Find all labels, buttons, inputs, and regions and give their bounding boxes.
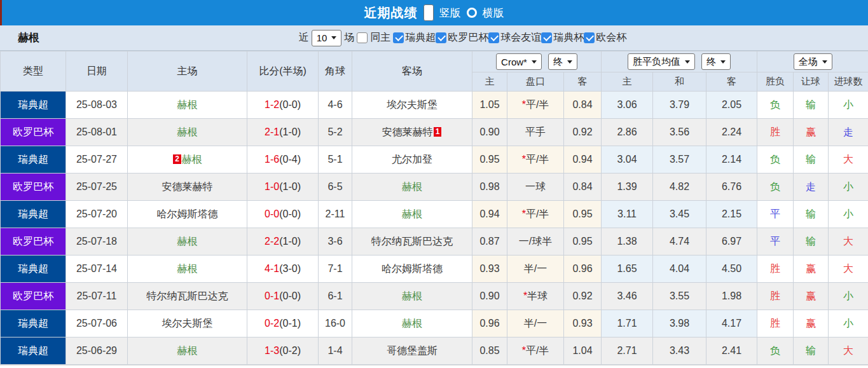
- odds-home-cell: 0.98: [472, 174, 507, 201]
- date-cell: 25-07-25: [66, 174, 128, 201]
- away-team: 赫根: [402, 318, 422, 329]
- subheader-odds-away: 客: [564, 72, 602, 92]
- half-score: (0-0): [279, 290, 301, 301]
- chevron-down-icon: [720, 60, 726, 64]
- league-checkbox[interactable]: [488, 32, 499, 43]
- odds-home-cell: 0.96: [472, 310, 507, 337]
- chevron-down-icon: [822, 60, 827, 64]
- table-row: 欧罗巴杯 25-07-11 特尔纳瓦斯巴达克 0-1(0-0) 6-1 赫根 0…: [1, 283, 868, 310]
- goals-cell: 小: [829, 174, 868, 201]
- league-cell: 欧罗巴杯: [1, 174, 66, 201]
- full-score: 4-1: [265, 263, 279, 274]
- home-team: 安德莱赫特: [162, 181, 213, 192]
- odds-home-cell: 0.90: [472, 283, 507, 310]
- league-cell: 瑞典超: [1, 201, 66, 228]
- odds-company-select[interactable]: Crow*: [496, 53, 542, 70]
- league-cell: 欧罗巴杯: [1, 228, 66, 256]
- handicap-result-cell: 赢: [794, 119, 829, 146]
- avg-time-select[interactable]: 终: [701, 53, 731, 70]
- away-cell: 埃尔夫斯堡: [352, 92, 472, 119]
- league-filters: 瑞典超 欧罗巴杯 球会友谊 瑞典杯 欧会杯: [393, 31, 626, 44]
- filters-group: 近 10 场 同主 瑞典超 欧罗巴杯 球会友谊 瑞典杯 欧会杯: [299, 30, 627, 46]
- match-count-select[interactable]: 10: [312, 30, 342, 46]
- odds-time-select[interactable]: 终: [548, 53, 577, 70]
- corners-cell: 2-11: [319, 201, 352, 228]
- full-score: 0-1: [265, 290, 279, 301]
- corners-cell: 6-1: [319, 283, 352, 310]
- handicap-cell: *平/半: [507, 201, 564, 228]
- away-cell: 安德莱赫特1: [352, 119, 472, 146]
- league-filter-label: 瑞典杯: [553, 31, 584, 44]
- half-score: (1-0): [279, 126, 301, 137]
- away-team: 赫根: [402, 290, 422, 301]
- half-score: (0-1): [279, 318, 301, 329]
- away-cell: 特尔纳瓦斯巴达克: [352, 228, 472, 256]
- results-table: 类型 日期 主场 比分(半场) 角球 客场 Crow* 终: [0, 51, 868, 365]
- table-row: 瑞典超 25-07-14 赫根 4-1(3-0) 7-1 哈尔姆斯塔德 0.93…: [1, 256, 868, 283]
- half-score: (1-0): [279, 236, 301, 247]
- vertical-layout-radio[interactable]: [424, 4, 434, 21]
- date-cell: 25-07-18: [66, 228, 128, 256]
- half-score: (3-0): [279, 263, 301, 274]
- league-checkbox[interactable]: [393, 32, 404, 43]
- league-checkbox[interactable]: [436, 32, 446, 43]
- table-row: 瑞典超 25-07-27 2赫根 1-6(0-4) 5-1 尤尔加登 0.95 …: [1, 146, 868, 174]
- handicap-cell: *半球: [507, 283, 564, 310]
- handicap-result-cell: 走: [794, 174, 829, 201]
- home-cell: 赫根: [128, 119, 247, 146]
- handicap-text: 一球: [525, 181, 546, 192]
- league-cell: 欧罗巴杯: [1, 119, 66, 146]
- home-cell: 赫根: [128, 92, 247, 119]
- home-team: 赫根: [177, 236, 198, 247]
- score-cell: 0-1(0-0): [247, 283, 319, 310]
- corners-cell: 16-0: [319, 310, 352, 337]
- goals-cell: 小: [829, 310, 868, 337]
- handicap-cell: 半/一: [507, 310, 564, 337]
- avg-win-cell: 2.71: [602, 337, 653, 365]
- handicap-result-cell: 输: [794, 337, 829, 365]
- home-cell: 特尔纳瓦斯巴达克: [128, 283, 247, 310]
- scope-select[interactable]: 全场: [794, 53, 832, 70]
- full-score: 1-3: [265, 345, 279, 356]
- avg-lose-cell: 4.50: [706, 256, 757, 283]
- odds-away-cell: 0.84: [564, 92, 602, 119]
- avg-lose-cell: 2.24: [706, 119, 757, 146]
- odds-away-cell: 0.92: [564, 283, 602, 310]
- half-score: (1-0): [279, 181, 301, 192]
- score-cell: 2-1(1-0): [247, 119, 319, 146]
- league-checkbox[interactable]: [584, 32, 595, 43]
- chevron-down-icon: [567, 60, 572, 64]
- home-cell: 赫根: [128, 228, 247, 256]
- handicap-cell: 一球: [507, 174, 564, 201]
- league-filter-label: 球会友谊: [500, 31, 541, 44]
- goals-cell: 小: [829, 201, 868, 228]
- home-cell: 安德莱赫特: [128, 174, 247, 201]
- league-cell: 瑞典超: [1, 310, 66, 337]
- horizontal-layout-radio[interactable]: [467, 8, 477, 18]
- league-checkbox[interactable]: [541, 32, 552, 43]
- table-row: 欧罗巴杯 25-07-18 赫根 2-2(1-0) 3-6 特尔纳瓦斯巴达克 0…: [1, 228, 868, 256]
- handicap-cell: 一/球半: [507, 228, 564, 256]
- scope-select-cell: 全场: [757, 51, 868, 72]
- table-row: 瑞典超 25-07-06 埃尔夫斯堡 0-2(0-1) 16-0 赫根 0.96…: [1, 310, 868, 337]
- score-cell: 1-0(1-0): [247, 174, 319, 201]
- corners-cell: 3-6: [319, 228, 352, 256]
- same-home-label: 同主: [370, 31, 390, 44]
- odds-away-cell: 0.93: [564, 310, 602, 337]
- score-cell: 0-0(0-0): [247, 201, 319, 228]
- vertical-layout-label[interactable]: 竖版: [439, 6, 461, 20]
- date-cell: 25-08-03: [66, 92, 128, 119]
- league-filter-item: 欧会杯: [584, 31, 626, 44]
- avg-lose-cell: 2.41: [706, 337, 757, 365]
- away-team: 哈尔姆斯塔德: [382, 263, 443, 274]
- header-type: 类型: [1, 51, 66, 92]
- avg-metric-select[interactable]: 胜平负均值: [628, 53, 695, 70]
- handicap-result-cell: 输: [794, 201, 829, 228]
- league-filter-item: 瑞典杯: [541, 31, 584, 44]
- handicap-cell: 平手: [507, 119, 564, 146]
- header-score: 比分(半场): [247, 51, 319, 92]
- horizontal-layout-label[interactable]: 横版: [483, 6, 504, 20]
- goals-cell: 走: [829, 119, 868, 146]
- same-home-checkbox[interactable]: [357, 32, 368, 43]
- avg-selects-cell: 胜平负均值 终: [602, 51, 757, 72]
